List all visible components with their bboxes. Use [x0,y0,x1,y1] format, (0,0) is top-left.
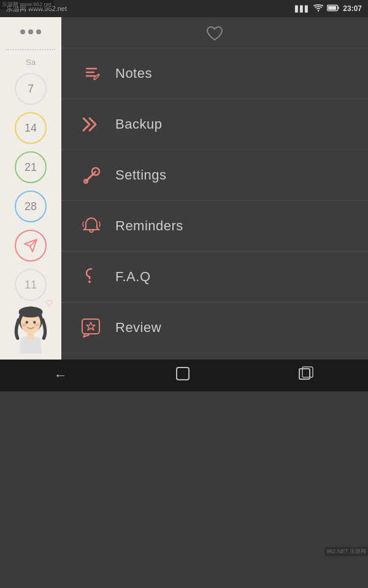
calendar-day-28[interactable]: 28 [15,190,47,222]
svg-rect-9 [28,333,34,339]
favorite-heart-button[interactable] [206,26,223,45]
backup-icon [80,113,103,136]
menu-item-backup[interactable]: Backup [61,99,368,149]
recent-apps-button[interactable] [286,361,326,390]
faq-icon [80,265,103,288]
dot-2 [28,29,33,34]
reminders-label: Reminders [115,218,183,234]
calendar-day-7[interactable]: 7 [15,73,47,105]
svg-point-17 [88,281,91,283]
home-button[interactable] [163,361,203,390]
time-display: 23:07 [343,4,362,13]
notes-icon [80,62,103,85]
review-icon [80,316,103,339]
right-panel: Notes Backup [61,17,368,360]
settings-icon [80,164,103,187]
menu-item-notes[interactable]: Notes [61,48,368,99]
calendar-day-7-num: 7 [28,83,34,96]
settings-label: Settings [115,167,167,183]
battery-icon [327,4,339,13]
calendar-day-21-num: 21 [25,161,37,174]
sidebar-sep-1 [6,49,55,50]
calendar-day-28-num: 28 [25,200,37,213]
sidebar-dots [20,29,41,34]
menu-item-settings[interactable]: Settings [61,150,368,200]
wifi-icon [313,4,323,13]
svg-rect-19 [177,368,189,380]
avatar-heart-icon: ♡ [45,298,53,308]
watermark-top: 乐游网 www.962.net [0,0,53,9]
svg-point-7 [26,321,28,323]
notes-label: Notes [115,66,152,81]
svg-point-0 [318,10,319,11]
menu-item-reminders[interactable]: Reminders [61,201,368,251]
menu-item-faq[interactable]: F.A.Q [61,252,368,302]
status-bar: 乐游网 www.962.net ▋▋▋ 23 [0,0,368,17]
dot-3 [36,29,41,34]
watermark-bottom: 962.NET 乐游网 [324,547,368,556]
calendar-day-14[interactable]: 14 [15,112,47,144]
calendar-day-21[interactable]: 21 [15,151,47,183]
svg-point-10 [21,323,27,326]
review-label: Review [115,320,161,336]
menu-item-review[interactable]: Review [61,303,368,353]
calendar-day-11[interactable]: 11 [15,269,47,301]
svg-rect-3 [338,7,339,9]
svg-rect-18 [82,319,99,334]
svg-rect-2 [328,6,336,10]
sidebar-avatar: ♡ [3,304,58,360]
avatar-illustration [6,304,55,353]
nav-bar: ← [0,360,368,391]
svg-point-6 [18,307,42,318]
svg-point-8 [33,321,36,323]
calendar-day-14-num: 14 [25,122,37,135]
dot-1 [20,29,25,34]
status-right: ▋▋▋ 23:07 [295,4,362,13]
backup-label: Backup [115,116,162,132]
menu-divider-6 [61,353,368,353]
reminders-icon [80,214,103,238]
back-button[interactable]: ← [42,363,80,388]
sidebar: Sa 7 14 21 28 [0,17,61,360]
faq-label: F.A.Q [115,269,151,285]
signal-icon: ▋▋▋ [295,6,310,12]
send-button[interactable] [15,230,47,262]
day-label: Sa [26,58,36,67]
calendar-day-11-num: 11 [25,279,37,292]
svg-point-11 [34,323,40,326]
